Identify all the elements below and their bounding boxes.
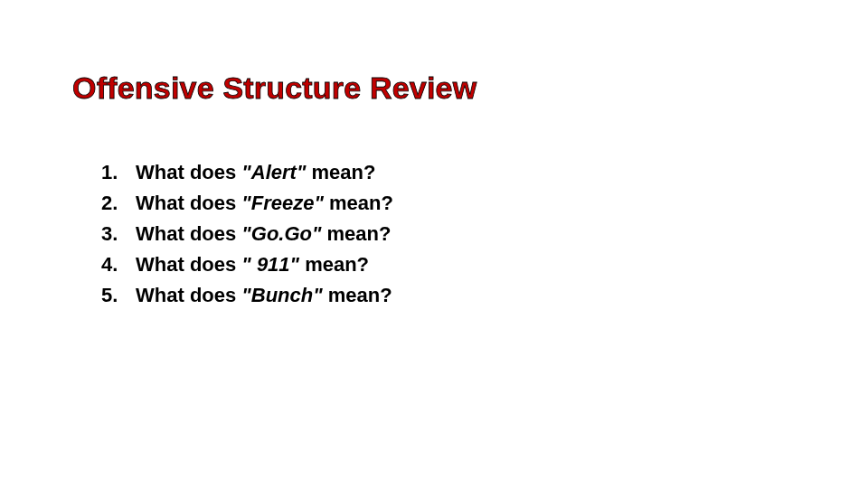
list-term: "Freeze" [241, 189, 324, 218]
question-list: 1. What does "Alert" mean? 2. What does … [101, 158, 393, 311]
list-item: 2. What does "Freeze" mean? [101, 189, 393, 218]
list-term: " 911" [241, 250, 299, 279]
list-text-lead: What does [136, 220, 241, 249]
slide: Offensive Structure Review 1. What does … [0, 0, 868, 488]
list-number: 3. [101, 220, 136, 249]
list-number: 5. [101, 281, 136, 310]
list-text-lead: What does [136, 281, 241, 310]
list-number: 1. [101, 158, 136, 187]
list-text-tail: mean? [323, 281, 392, 310]
list-number: 4. [101, 250, 136, 279]
list-term: "Go.Go" [241, 220, 321, 249]
list-text-tail: mean? [324, 189, 393, 218]
list-item: 3. What does "Go.Go" mean? [101, 220, 393, 249]
list-item: 4. What does " 911" mean? [101, 250, 393, 279]
list-text-lead: What does [136, 189, 241, 218]
list-term: "Alert" [241, 158, 306, 187]
list-text-tail: mean? [321, 220, 391, 249]
list-text-tail: mean? [299, 250, 369, 279]
list-item: 1. What does "Alert" mean? [101, 158, 393, 187]
slide-title: Offensive Structure Review [72, 70, 476, 106]
list-number: 2. [101, 189, 136, 218]
list-item: 5. What does "Bunch" mean? [101, 281, 393, 310]
list-term: "Bunch" [241, 281, 322, 310]
list-text-tail: mean? [306, 158, 375, 187]
list-text-lead: What does [136, 158, 241, 187]
list-text-lead: What does [136, 250, 241, 279]
